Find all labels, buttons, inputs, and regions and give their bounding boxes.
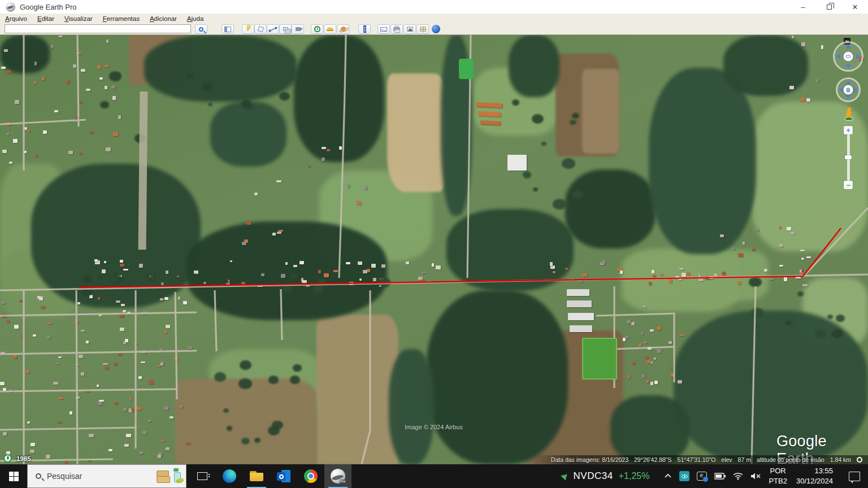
satellite-map-viewport[interactable]: 1985 Image © 2024 Airbus Google Earth Da… xyxy=(0,35,868,464)
earth-sphere-icon xyxy=(432,25,440,33)
view-in-maps-button[interactable] xyxy=(416,24,429,34)
window-title: Google Earth Pro xyxy=(20,3,76,11)
earth-sphere-button[interactable] xyxy=(429,24,442,34)
warehouse xyxy=(567,289,589,296)
polygon-icon xyxy=(257,26,263,32)
taskbar-clock[interactable]: 13:55 30/12/2024 xyxy=(796,466,833,486)
close-button[interactable]: ✕ xyxy=(842,0,868,14)
move-up-arrow-icon[interactable] xyxy=(845,81,851,85)
menu-visualizar[interactable]: Visualizar xyxy=(59,15,98,23)
sidebar-toggle-button[interactable] xyxy=(222,24,234,34)
stock-change: +1,25% xyxy=(619,471,650,481)
print-button[interactable] xyxy=(390,24,403,34)
latitude: 29°26'42.88"S xyxy=(634,456,672,463)
task-view-button[interactable] xyxy=(189,464,216,488)
planets-icon xyxy=(341,27,346,32)
volume-muted-icon[interactable] xyxy=(750,472,762,480)
move-joystick[interactable] xyxy=(836,77,861,102)
zoom-in-button[interactable]: + xyxy=(844,126,853,134)
move-down-arrow-icon[interactable] xyxy=(845,95,851,99)
path-button[interactable] xyxy=(267,24,279,34)
move-hand-icon xyxy=(847,88,850,92)
menu-bar: Arquivo Editar Visualizar Ferramentas Ad… xyxy=(0,14,868,23)
look-right-arrow-icon[interactable] xyxy=(856,54,860,59)
sunlight-button[interactable] xyxy=(324,24,336,34)
airstrip xyxy=(138,91,148,250)
record-tour-button[interactable] xyxy=(292,24,304,34)
image-overlay-button[interactable] xyxy=(279,24,292,34)
zoom-slider[interactable]: + − xyxy=(844,126,853,189)
action-center-icon[interactable] xyxy=(849,472,860,481)
menu-arquivo[interactable]: Arquivo xyxy=(0,15,32,23)
soccer-field xyxy=(582,338,617,380)
look-down-arrow-icon[interactable] xyxy=(845,64,851,68)
historical-imagery-button[interactable] xyxy=(311,24,323,34)
image-overlay-icon xyxy=(283,27,288,31)
placemark-icon xyxy=(245,26,251,32)
windows-logo-icon xyxy=(9,472,19,481)
taskbar-search-box[interactable]: Pesquisar xyxy=(27,464,186,488)
street-view-pegman[interactable] xyxy=(844,107,853,121)
move-right-arrow-icon[interactable] xyxy=(853,87,857,93)
chrome-app-button[interactable] xyxy=(297,464,324,488)
luggage-icon xyxy=(157,470,169,482)
placemark-button[interactable] xyxy=(242,24,254,34)
toolbar xyxy=(0,23,868,35)
zoom-out-button[interactable]: − xyxy=(844,181,853,189)
menu-adicionar[interactable]: Adicionar xyxy=(145,15,182,23)
look-left-arrow-icon[interactable] xyxy=(836,54,840,59)
status-bar: Data das imagens: 8/16/2023 29°26'42.88"… xyxy=(531,455,868,464)
move-left-arrow-icon[interactable] xyxy=(839,87,843,93)
task-view-icon xyxy=(197,472,207,480)
tray-display-app-icon[interactable] xyxy=(697,472,707,481)
menu-editar[interactable]: Editar xyxy=(32,15,59,23)
historical-year-label: 1985 xyxy=(16,455,31,462)
print-icon xyxy=(393,27,400,31)
imagery-date: Data das imagens: 8/16/2023 xyxy=(551,456,628,463)
taskbar-search-icon xyxy=(36,473,41,479)
search-input[interactable] xyxy=(5,24,191,33)
edge-icon xyxy=(223,469,236,483)
stock-ticker-widget[interactable]: NVDC34 +1,25% xyxy=(562,470,650,482)
menu-ferramentas[interactable]: Ferramentas xyxy=(98,15,145,23)
restore-button[interactable] xyxy=(816,0,842,14)
email-button[interactable] xyxy=(377,24,390,34)
warehouse xyxy=(567,300,592,307)
minimize-button[interactable]: – xyxy=(790,0,816,14)
file-explorer-app-button[interactable] xyxy=(243,464,270,488)
streaming-indicator-icon xyxy=(857,457,862,463)
google-earth-app-button[interactable]: Pro xyxy=(324,464,351,488)
file-explorer-icon xyxy=(250,471,263,481)
clock-time: 13:55 xyxy=(796,466,833,476)
tray-eye-app-icon[interactable] xyxy=(679,471,689,481)
zoom-handle[interactable] xyxy=(845,155,852,159)
outlook-app-button[interactable] xyxy=(270,464,297,488)
save-image-button[interactable] xyxy=(403,24,416,34)
clock-date: 30/12/2024 xyxy=(796,476,833,486)
ruler-button[interactable] xyxy=(358,24,371,34)
stock-up-arrow-icon xyxy=(561,472,570,481)
restore-icon xyxy=(827,5,832,10)
elev-label: elev xyxy=(721,456,732,463)
polygon-button[interactable] xyxy=(254,24,267,34)
planets-button[interactable] xyxy=(337,24,349,34)
start-button[interactable] xyxy=(0,464,27,488)
search-icon xyxy=(199,27,203,32)
view-altitude-label: altitude do ponto de visão xyxy=(757,456,824,463)
show-hidden-icons-chevron[interactable] xyxy=(664,473,672,480)
historical-imagery-clock-icon[interactable] xyxy=(3,454,12,463)
taskbar-search-placeholder: Pesquisar xyxy=(47,472,82,481)
look-joystick[interactable] xyxy=(833,41,863,72)
look-up-arrow-icon[interactable] xyxy=(845,45,851,49)
wifi-icon[interactable] xyxy=(733,472,743,480)
language-indicator[interactable]: POR PTB2 xyxy=(769,466,787,486)
search-button[interactable] xyxy=(195,24,207,34)
ruler-icon xyxy=(363,25,366,33)
view-altitude: 1.84 km xyxy=(830,456,851,463)
measured-red-path[interactable] xyxy=(0,35,868,464)
edge-app-button[interactable] xyxy=(216,464,243,488)
menu-ajuda[interactable]: Ajuda xyxy=(182,15,209,23)
battery-icon[interactable] xyxy=(714,473,726,480)
elevation: 87 m xyxy=(738,456,751,463)
cleaning-spray-icon xyxy=(172,468,181,482)
